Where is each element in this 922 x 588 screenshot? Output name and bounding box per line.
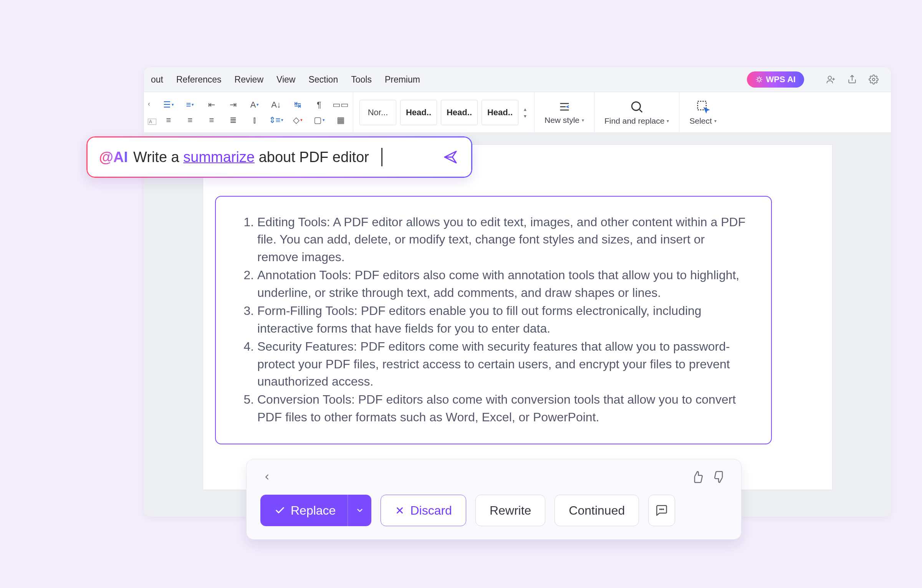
numbering-icon[interactable]: ≡▾ (183, 99, 197, 111)
line-spacing-icon[interactable]: ⇕≡▾ (269, 114, 283, 126)
ai-action-bar: Replace Discard Rewrite Continued (246, 459, 742, 540)
add-user-icon[interactable] (825, 74, 836, 85)
discard-button[interactable]: Discard (381, 495, 466, 526)
style-heading1[interactable]: Head.. (400, 100, 437, 125)
close-icon (395, 505, 405, 515)
columns-icon[interactable]: ▭▭ (334, 99, 348, 111)
distribute-icon[interactable]: ⫿ (248, 114, 262, 126)
text-cursor (381, 148, 382, 166)
menu-item-premium[interactable]: Premium (385, 75, 420, 85)
generated-list: Editing Tools: A PDF editor allows you t… (240, 214, 747, 426)
find-replace-button[interactable]: Find and replace▾ (594, 92, 679, 133)
svg-point-3 (632, 102, 641, 110)
ai-mention-tag: @AI (99, 149, 128, 166)
wps-ai-label: WPS AI (766, 75, 796, 84)
list-item: Annotation Tools: PDF editors also come … (257, 267, 747, 301)
chat-button[interactable] (648, 495, 675, 526)
sparkle-icon (755, 76, 763, 83)
select-icon (696, 99, 710, 114)
thumbs-down-icon[interactable] (712, 469, 727, 485)
text-effects-icon[interactable]: A▾ (248, 99, 262, 111)
menubar: out References Review View Section Tools… (144, 67, 891, 92)
bullets-icon[interactable]: ☰▾ (162, 99, 175, 111)
list-item: Conversion Tools: PDF editors also come … (257, 391, 747, 426)
svg-point-0 (757, 78, 760, 81)
ai-underlined-keyword: summarize (183, 149, 255, 165)
ribbon-scroll-edge: ‹A (148, 92, 156, 133)
align-right-icon[interactable]: ≡ (205, 114, 218, 126)
check-icon (275, 505, 285, 516)
style-heading3[interactable]: Head.. (482, 100, 518, 125)
layout-icon[interactable]: ▦ (334, 114, 348, 126)
menu-item-section[interactable]: Section (308, 75, 338, 85)
styles-group: Nor... Head.. Head.. Head.. ▴▾ (353, 92, 535, 133)
text-direction-icon[interactable]: ↹ (291, 99, 305, 111)
wps-ai-button[interactable]: WPS AI (747, 71, 804, 88)
indent-decrease-icon[interactable]: ⇤ (205, 99, 218, 111)
paragraph-marks-icon[interactable]: ¶ (312, 99, 326, 111)
thumbs-up-icon[interactable] (690, 469, 705, 485)
list-item: Editing Tools: A PDF editor allows you t… (257, 214, 747, 266)
shading-icon[interactable]: ◇▾ (291, 114, 305, 126)
svg-point-8 (661, 509, 662, 510)
style-gallery-stepper[interactable]: ▴▾ (522, 106, 528, 119)
menu-item-references[interactable]: References (176, 75, 222, 85)
share-icon[interactable] (846, 74, 858, 85)
svg-point-7 (660, 509, 660, 510)
new-style-button[interactable]: New style▾ (535, 92, 594, 133)
style-normal[interactable]: Nor... (359, 100, 396, 125)
rewrite-button[interactable]: Rewrite (475, 495, 545, 526)
ribbon-toolbar: ‹A ☰▾ ≡▾ ⇤ ⇥ A▾ A↓ ↹ ¶ ▭▭ ≡ ≡ ≡ (144, 92, 891, 133)
style-heading2[interactable]: Head.. (441, 100, 478, 125)
search-icon (629, 99, 644, 114)
menu-item-tools[interactable]: Tools (351, 75, 372, 85)
list-item: Form-Filling Tools: PDF editors enable y… (257, 302, 747, 337)
send-icon[interactable] (441, 148, 460, 166)
ai-prompt-bar[interactable]: @AI Write a summarize about PDF editor (86, 136, 472, 178)
align-justify-icon[interactable]: ≣ (226, 114, 240, 126)
new-style-icon (557, 100, 572, 113)
borders-icon[interactable]: ▢▾ (312, 114, 326, 126)
list-item: Security Features: PDF editors come with… (257, 338, 747, 390)
ai-prompt-text[interactable]: Write a summarize about PDF editor (133, 149, 369, 166)
settings-icon[interactable] (868, 74, 879, 85)
menu-item-view[interactable]: View (276, 75, 295, 85)
indent-increase-icon[interactable]: ⇥ (226, 99, 240, 111)
sort-icon[interactable]: A↓ (269, 99, 283, 111)
menu-item-out[interactable]: out (151, 75, 163, 85)
select-button[interactable]: Select▾ (679, 92, 726, 133)
align-left-icon[interactable]: ≡ (162, 114, 175, 126)
svg-point-9 (663, 509, 664, 510)
svg-point-1 (828, 76, 832, 80)
paragraph-group: ☰▾ ≡▾ ⇤ ⇥ A▾ A↓ ↹ ¶ ▭▭ ≡ ≡ ≡ ≣ ⫿ ⇕≡▾ (156, 92, 353, 133)
replace-button[interactable]: Replace (260, 495, 348, 526)
replace-dropdown-button[interactable] (348, 495, 371, 526)
menu-item-review[interactable]: Review (235, 75, 263, 85)
continued-button[interactable]: Continued (555, 495, 639, 526)
svg-point-2 (872, 78, 875, 81)
ai-generated-card: Editing Tools: A PDF editor allows you t… (215, 196, 772, 444)
align-center-icon[interactable]: ≡ (183, 114, 197, 126)
back-icon[interactable] (260, 470, 273, 484)
